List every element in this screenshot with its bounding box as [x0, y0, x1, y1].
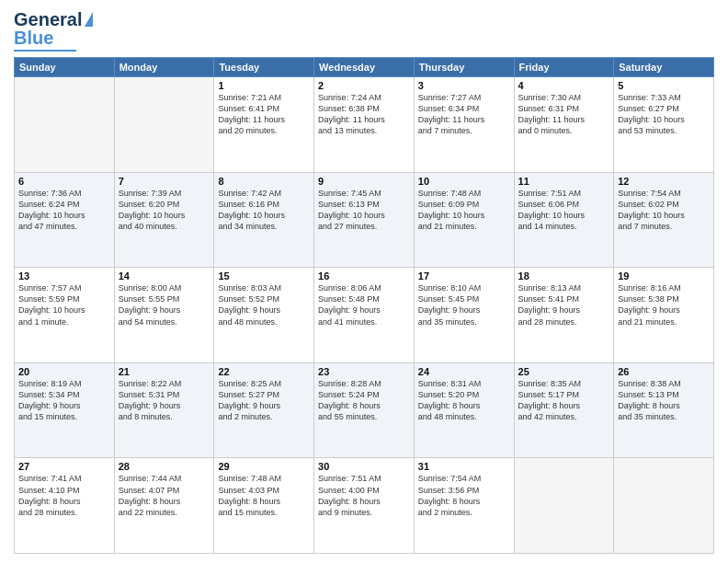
day-info: Sunrise: 8:38 AM Sunset: 5:13 PM Dayligh…: [618, 378, 710, 423]
calendar-cell: 23Sunrise: 8:28 AM Sunset: 5:24 PM Dayli…: [314, 362, 415, 458]
day-number: 23: [318, 366, 410, 377]
calendar-cell: 31Sunrise: 7:54 AM Sunset: 3:56 PM Dayli…: [414, 458, 514, 554]
day-info: Sunrise: 7:44 AM Sunset: 4:07 PM Dayligh…: [119, 473, 210, 518]
day-number: 19: [618, 270, 710, 282]
calendar-cell: 16Sunrise: 8:06 AM Sunset: 5:48 PM Dayli…: [314, 268, 415, 363]
day-info: Sunrise: 8:28 AM Sunset: 5:24 PM Dayligh…: [318, 378, 410, 423]
day-number: 5: [618, 80, 710, 91]
day-number: 17: [418, 270, 510, 282]
day-info: Sunrise: 7:30 AM Sunset: 6:31 PM Dayligh…: [518, 92, 610, 137]
day-info: Sunrise: 8:19 AM Sunset: 5:34 PM Dayligh…: [18, 378, 110, 423]
day-number: 12: [618, 176, 710, 187]
day-info: Sunrise: 8:03 AM Sunset: 5:52 PM Dayligh…: [218, 282, 310, 327]
day-number: 8: [218, 176, 310, 187]
day-number: 24: [418, 366, 510, 377]
calendar: SundayMondayTuesdayWednesdayThursdayFrid…: [14, 57, 714, 554]
day-number: 21: [119, 366, 210, 377]
day-number: 6: [18, 176, 110, 187]
calendar-cell: 29Sunrise: 7:48 AM Sunset: 4:03 PM Dayli…: [214, 458, 314, 554]
logo-underline: [14, 50, 76, 52]
day-number: 3: [418, 80, 510, 91]
day-info: Sunrise: 7:24 AM Sunset: 6:38 PM Dayligh…: [318, 92, 410, 137]
day-info: Sunrise: 7:51 AM Sunset: 4:00 PM Dayligh…: [318, 473, 410, 518]
calendar-cell: 11Sunrise: 7:51 AM Sunset: 6:06 PM Dayli…: [514, 172, 614, 268]
day-info: Sunrise: 7:42 AM Sunset: 6:16 PM Dayligh…: [218, 188, 310, 233]
calendar-cell: 26Sunrise: 8:38 AM Sunset: 5:13 PM Dayli…: [614, 362, 714, 458]
calendar-cell: 13Sunrise: 7:57 AM Sunset: 5:59 PM Dayli…: [15, 268, 115, 363]
col-header-thursday: Thursday: [414, 58, 514, 77]
calendar-cell: 27Sunrise: 7:41 AM Sunset: 4:10 PM Dayli…: [15, 458, 115, 554]
day-info: Sunrise: 8:22 AM Sunset: 5:31 PM Dayligh…: [119, 378, 210, 423]
day-info: Sunrise: 7:48 AM Sunset: 4:03 PM Dayligh…: [218, 473, 310, 518]
calendar-cell: 25Sunrise: 8:35 AM Sunset: 5:17 PM Dayli…: [514, 362, 614, 458]
day-info: Sunrise: 8:06 AM Sunset: 5:48 PM Dayligh…: [318, 282, 410, 327]
day-number: 7: [119, 176, 210, 187]
day-number: 18: [518, 270, 610, 282]
day-info: Sunrise: 8:31 AM Sunset: 5:20 PM Dayligh…: [418, 378, 510, 423]
day-number: 14: [119, 270, 210, 282]
calendar-cell: 10Sunrise: 7:48 AM Sunset: 6:09 PM Dayli…: [414, 172, 514, 268]
logo-blue: Blue: [14, 28, 53, 49]
day-number: 9: [318, 176, 410, 187]
calendar-week-row: 27Sunrise: 7:41 AM Sunset: 4:10 PM Dayli…: [15, 458, 714, 554]
day-info: Sunrise: 7:27 AM Sunset: 6:34 PM Dayligh…: [418, 92, 510, 137]
calendar-cell: 21Sunrise: 8:22 AM Sunset: 5:31 PM Dayli…: [114, 362, 214, 458]
calendar-cell: [514, 458, 614, 554]
day-number: 2: [318, 80, 410, 91]
calendar-cell: 5Sunrise: 7:33 AM Sunset: 6:27 PM Daylig…: [614, 77, 714, 173]
day-number: 27: [18, 461, 110, 472]
day-info: Sunrise: 7:21 AM Sunset: 6:41 PM Dayligh…: [218, 92, 310, 137]
calendar-cell: [614, 458, 714, 554]
day-info: Sunrise: 7:57 AM Sunset: 5:59 PM Dayligh…: [18, 282, 110, 327]
day-info: Sunrise: 8:13 AM Sunset: 5:41 PM Dayligh…: [518, 282, 610, 327]
day-number: 31: [418, 461, 510, 472]
calendar-cell: 22Sunrise: 8:25 AM Sunset: 5:27 PM Dayli…: [214, 362, 314, 458]
calendar-cell: 30Sunrise: 7:51 AM Sunset: 4:00 PM Dayli…: [314, 458, 415, 554]
col-header-wednesday: Wednesday: [314, 58, 415, 77]
calendar-cell: [114, 77, 214, 173]
col-header-monday: Monday: [114, 58, 214, 77]
calendar-cell: 8Sunrise: 7:42 AM Sunset: 6:16 PM Daylig…: [214, 172, 314, 268]
calendar-cell: 3Sunrise: 7:27 AM Sunset: 6:34 PM Daylig…: [414, 77, 514, 173]
calendar-week-row: 1Sunrise: 7:21 AM Sunset: 6:41 PM Daylig…: [15, 77, 714, 173]
day-number: 26: [618, 366, 710, 377]
day-info: Sunrise: 8:00 AM Sunset: 5:55 PM Dayligh…: [119, 282, 210, 327]
col-header-friday: Friday: [514, 58, 614, 77]
calendar-week-row: 13Sunrise: 7:57 AM Sunset: 5:59 PM Dayli…: [15, 268, 714, 363]
day-number: 11: [518, 176, 610, 187]
calendar-cell: 18Sunrise: 8:13 AM Sunset: 5:41 PM Dayli…: [514, 268, 614, 363]
col-header-tuesday: Tuesday: [214, 58, 314, 77]
day-info: Sunrise: 8:16 AM Sunset: 5:38 PM Dayligh…: [618, 282, 710, 327]
day-info: Sunrise: 7:41 AM Sunset: 4:10 PM Dayligh…: [18, 473, 110, 518]
day-info: Sunrise: 7:39 AM Sunset: 6:20 PM Dayligh…: [119, 188, 210, 233]
day-info: Sunrise: 7:54 AM Sunset: 6:02 PM Dayligh…: [618, 188, 710, 233]
calendar-cell: 14Sunrise: 8:00 AM Sunset: 5:55 PM Dayli…: [114, 268, 214, 363]
day-info: Sunrise: 7:48 AM Sunset: 6:09 PM Dayligh…: [418, 188, 510, 233]
calendar-cell: 19Sunrise: 8:16 AM Sunset: 5:38 PM Dayli…: [614, 268, 714, 363]
day-info: Sunrise: 8:10 AM Sunset: 5:45 PM Dayligh…: [418, 282, 510, 327]
day-info: Sunrise: 7:33 AM Sunset: 6:27 PM Dayligh…: [618, 92, 710, 137]
day-number: 13: [18, 270, 110, 282]
calendar-cell: 1Sunrise: 7:21 AM Sunset: 6:41 PM Daylig…: [214, 77, 314, 173]
day-number: 15: [218, 270, 310, 282]
calendar-header-row: SundayMondayTuesdayWednesdayThursdayFrid…: [15, 58, 714, 77]
calendar-cell: 2Sunrise: 7:24 AM Sunset: 6:38 PM Daylig…: [314, 77, 415, 173]
day-number: 28: [119, 461, 210, 472]
col-header-sunday: Sunday: [15, 58, 115, 77]
day-number: 25: [518, 366, 610, 377]
calendar-cell: 4Sunrise: 7:30 AM Sunset: 6:31 PM Daylig…: [514, 77, 614, 173]
day-info: Sunrise: 7:51 AM Sunset: 6:06 PM Dayligh…: [518, 188, 610, 233]
calendar-cell: 15Sunrise: 8:03 AM Sunset: 5:52 PM Dayli…: [214, 268, 314, 363]
calendar-cell: 6Sunrise: 7:36 AM Sunset: 6:24 PM Daylig…: [15, 172, 115, 268]
calendar-cell: [15, 77, 115, 173]
day-number: 20: [18, 366, 110, 377]
logo-triangle-icon: [85, 12, 93, 27]
header: General Blue: [14, 9, 714, 52]
day-number: 1: [218, 80, 310, 91]
calendar-cell: 28Sunrise: 7:44 AM Sunset: 4:07 PM Dayli…: [114, 458, 214, 554]
calendar-week-row: 20Sunrise: 8:19 AM Sunset: 5:34 PM Dayli…: [15, 362, 714, 458]
col-header-saturday: Saturday: [614, 58, 714, 77]
calendar-cell: 24Sunrise: 8:31 AM Sunset: 5:20 PM Dayli…: [414, 362, 514, 458]
day-number: 10: [418, 176, 510, 187]
day-number: 29: [218, 461, 310, 472]
